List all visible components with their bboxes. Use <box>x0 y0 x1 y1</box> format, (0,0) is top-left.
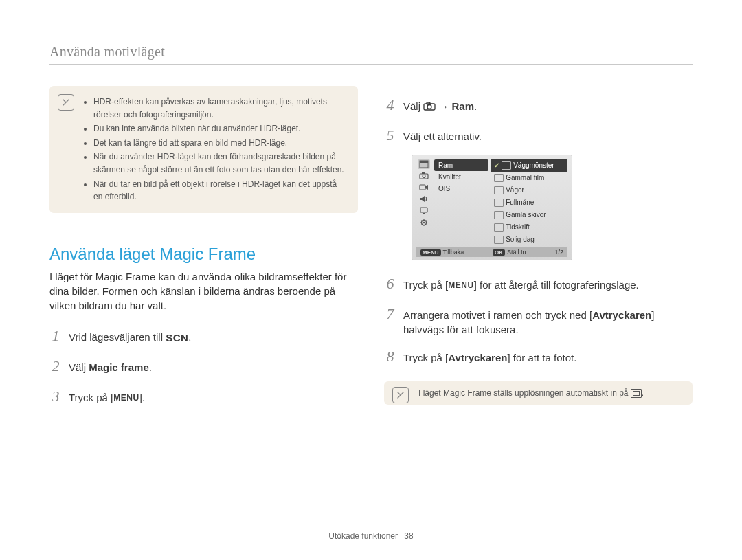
step-number: 4 <box>384 94 396 116</box>
option-item: Tidskrift <box>491 221 567 234</box>
menu-button-icon: MENU <box>113 392 139 404</box>
sidebar-display-icon <box>418 206 430 216</box>
step: 3 Tryck på [MENU]. <box>49 385 358 407</box>
camera-menu-footer: MENUTillbaka OKStäll In 1/2 <box>416 247 567 257</box>
sidebar-camera-icon <box>418 171 430 181</box>
left-column: HDR-effekten kan påverkas av kameraskakn… <box>49 86 358 415</box>
step-text: Vrid lägesväljaren till SCN. <box>69 330 192 346</box>
option-item: Gamla skivor <box>491 209 567 221</box>
frame-thumb-icon <box>494 236 504 244</box>
sidebar-scene-icon <box>418 159 430 169</box>
frame-thumb-icon <box>494 211 504 219</box>
page-number: 38 <box>404 531 413 541</box>
option-item: ✔Väggmönster <box>491 159 567 172</box>
option-item: Vågor <box>491 184 567 197</box>
step-number: 1 <box>49 325 62 347</box>
right-column: 4 Välj → Ram. 5 Välj ett alternativ. <box>384 86 693 415</box>
svg-point-2 <box>427 105 431 109</box>
option-item: Fullmåne <box>491 197 567 209</box>
info-note-resolution: I läget Magic Frame ställs upplösningen … <box>384 381 693 405</box>
camera-options-list: ✔Väggmönster Gammal film Vågor Fullmåne … <box>491 159 567 246</box>
ok-key-icon: OK <box>493 249 505 256</box>
check-icon: ✔ <box>494 161 499 169</box>
step-number: 2 <box>49 355 62 377</box>
svg-point-6 <box>423 175 425 178</box>
camera-menu-list: Ram Kvalitet OIS <box>434 159 488 246</box>
section-intro: I läget för Magic Frame kan du använda o… <box>49 269 358 313</box>
step: 7 Arrangera motivet i ramen och tryck ne… <box>384 303 693 338</box>
step-number: 6 <box>384 273 396 295</box>
step: 5 Välj ett alternativ. <box>384 124 693 146</box>
note-text-end: . <box>642 388 644 398</box>
resolution-icon <box>631 389 642 398</box>
frame-thumb-icon <box>494 223 504 232</box>
section-title: Använda läget Magic Frame <box>49 245 358 264</box>
note-icon <box>58 94 74 111</box>
note-icon <box>392 387 409 403</box>
svg-point-12 <box>423 222 425 223</box>
page-footer: Utökade funktioner 38 <box>0 531 742 541</box>
frame-thumb-icon <box>494 186 504 194</box>
frame-thumb-icon <box>494 199 504 207</box>
frame-thumb-icon <box>502 161 511 170</box>
frame-thumb-icon <box>494 174 504 182</box>
menu-key-icon: MENU <box>420 249 441 256</box>
step: 2 Välj Magic frame. <box>49 355 358 377</box>
svg-rect-7 <box>422 172 425 174</box>
note-bullet: När du använder HDR-läget kan den förhan… <box>93 150 347 176</box>
svg-rect-4 <box>420 161 428 163</box>
camera-menu-screenshot: Ram Kvalitet OIS ✔Väggmönster Gammal fil… <box>412 155 572 260</box>
step-text: Tryck på [Avtryckaren] för att ta fotot. <box>403 350 576 366</box>
svg-rect-9 <box>420 208 427 212</box>
step-text: Välj ett alternativ. <box>403 129 482 144</box>
menu-item: Ram <box>434 159 488 171</box>
menu-item: Kvalitet <box>434 171 488 183</box>
step: 4 Välj → Ram. <box>384 94 693 116</box>
step-text: Välj Magic frame. <box>69 360 152 375</box>
step-text: Tryck på [MENU] för att återgå till foto… <box>403 278 639 293</box>
steps-right-bottom: 6 Tryck på [MENU] för att återgå till fo… <box>384 273 693 368</box>
footer-section-label: Utökade funktioner <box>328 531 398 541</box>
mode-dial-scn-icon: SCN <box>166 331 188 346</box>
step: 1 Vrid lägesväljaren till SCN. <box>49 325 358 347</box>
note-bullet: När du tar en bild på ett objekt i rörel… <box>93 178 347 203</box>
note-bullet: Det kan ta längre tid att spara en bild … <box>93 137 347 150</box>
option-item: Solig dag <box>491 234 567 246</box>
step-text: Tryck på [MENU]. <box>69 390 145 405</box>
note-text: I läget Magic Frame ställs upplösningen … <box>418 388 631 398</box>
svg-rect-10 <box>423 213 425 214</box>
step-number: 7 <box>384 303 396 325</box>
note-bullet: Du kan inte använda blixten när du använ… <box>93 122 347 135</box>
step-text: Arrangera motivet i ramen och tryck ned … <box>403 308 693 338</box>
sidebar-video-icon <box>418 183 430 192</box>
note-bullet-list: HDR-effekten kan påverkas av kameraskakn… <box>84 96 347 203</box>
two-column-layout: HDR-effekten kan påverkas av kameraskakn… <box>49 86 693 415</box>
step-number: 8 <box>384 346 396 368</box>
step-number: 5 <box>384 124 396 146</box>
camera-menu-sidebar <box>416 159 431 246</box>
option-item: Gammal film <box>491 172 567 184</box>
manual-page: Använda motivläget HDR-effekten kan påve… <box>0 0 742 560</box>
divider <box>49 64 693 65</box>
sidebar-settings-icon <box>418 218 430 227</box>
svg-rect-8 <box>420 185 425 190</box>
step: 6 Tryck på [MENU] för att återgå till fo… <box>384 273 693 295</box>
camera-icon <box>423 100 436 115</box>
menu-item: OIS <box>434 183 488 194</box>
page-indicator: 1/2 <box>554 249 563 256</box>
breadcrumb: Använda motivläget <box>49 44 693 60</box>
step-text: Välj → Ram. <box>403 99 477 115</box>
menu-button-icon: MENU <box>448 280 473 291</box>
step: 8 Tryck på [Avtryckaren] för att ta foto… <box>384 346 693 368</box>
info-note-hdr: HDR-effekten kan påverkas av kameraskakn… <box>49 86 358 213</box>
steps-left: 1 Vrid lägesväljaren till SCN. 2 Välj Ma… <box>49 325 358 407</box>
sidebar-sound-icon <box>418 194 430 204</box>
step-number: 3 <box>49 385 62 407</box>
note-bullet: HDR-effekten kan påverkas av kameraskakn… <box>93 96 347 121</box>
steps-right-top: 4 Välj → Ram. 5 Välj ett alternativ. <box>384 94 693 146</box>
